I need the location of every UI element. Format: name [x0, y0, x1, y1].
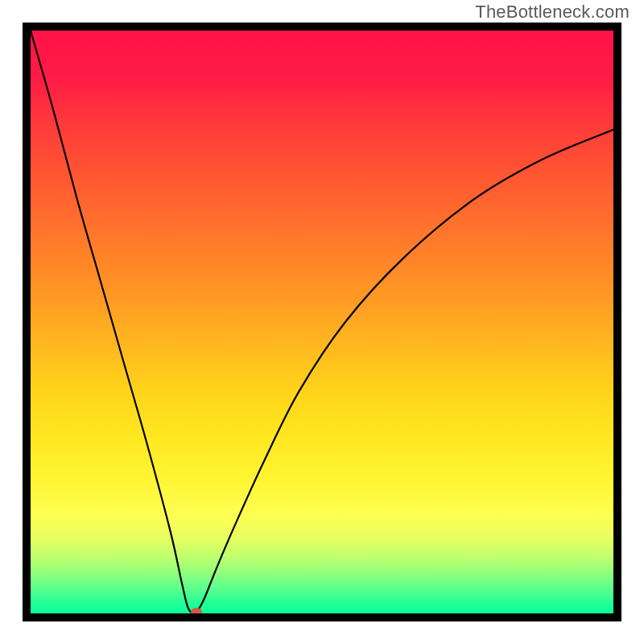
- chart-container: TheBottleneck.com: [0, 0, 644, 644]
- bottleneck-curve: [31, 31, 613, 613]
- plot-frame: [23, 23, 621, 621]
- optimum-marker: [191, 608, 202, 613]
- watermark-label: TheBottleneck.com: [475, 2, 630, 23]
- plot-area: [31, 31, 613, 613]
